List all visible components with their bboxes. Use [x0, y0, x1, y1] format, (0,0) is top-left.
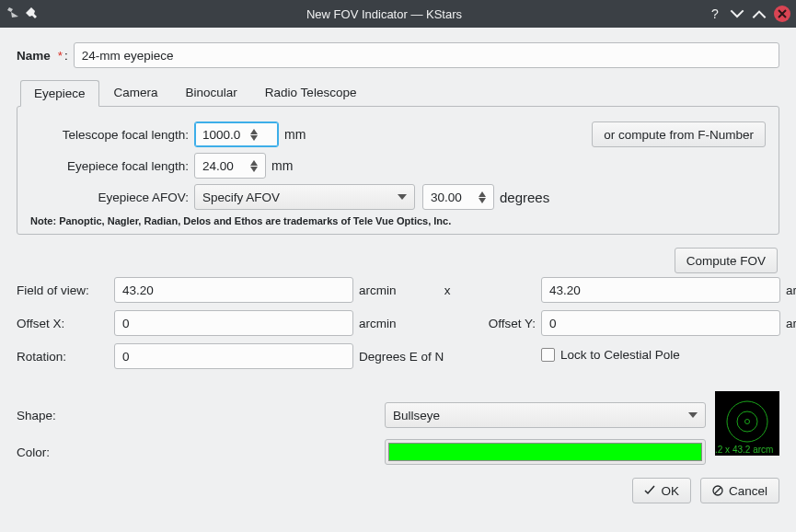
shape-label: Shape: [17, 409, 385, 422]
color-label: Color: [17, 445, 385, 459]
tab-eyepiece[interactable]: Eyepiece [20, 80, 99, 107]
app-menu-icon[interactable] [6, 6, 20, 21]
rotation-unit: Degrees E of N [359, 350, 466, 364]
arcmin-unit: arcmin [359, 283, 423, 297]
checkbox-icon [541, 348, 555, 362]
arcmin-unit: arcmin [786, 283, 796, 297]
spin-arrows-icon[interactable] [479, 191, 486, 203]
fov-preview: .2 x 43.2 arcm [715, 391, 779, 456]
rotation-input[interactable] [114, 343, 353, 369]
required-mark: * [58, 49, 63, 63]
fov-label: Field of view: [17, 283, 109, 297]
color-swatch [388, 443, 702, 461]
mm-unit: mm [284, 127, 306, 142]
offset-y-label: Offset Y: [471, 317, 536, 330]
x-separator: x [429, 283, 466, 297]
cancel-icon [712, 485, 723, 496]
svg-point-1 [737, 411, 757, 432]
eyepiece-fl-input[interactable]: 24.00 [194, 153, 266, 179]
maximize-icon[interactable] [752, 6, 767, 21]
degrees-unit: degrees [500, 190, 549, 205]
mm-unit: mm [271, 158, 293, 173]
pin-icon[interactable] [26, 6, 40, 21]
color-button[interactable] [385, 439, 706, 465]
fov-grid: Field of view: arcmin x arcmin Offset X:… [17, 277, 779, 369]
spin-arrows-icon[interactable] [250, 129, 258, 141]
afov-combo[interactable]: Specify AFOV [194, 184, 415, 210]
fov-y-input[interactable] [541, 277, 780, 303]
lock-celestial-checkbox[interactable]: Lock to Celestial Pole [541, 348, 680, 362]
eyepiece-fl-label: Eyepiece focal length: [30, 159, 189, 173]
titlebar: New FOV Indicator — KStars ? [0, 0, 796, 28]
preview-dimensions: .2 x 43.2 arcm [715, 445, 773, 455]
close-button[interactable] [774, 6, 790, 22]
chevron-down-icon [398, 194, 407, 200]
fov-x-input[interactable] [114, 277, 353, 303]
name-label: Name [17, 49, 51, 63]
arcmin-unit: arcmin [359, 317, 423, 330]
svg-point-2 [745, 420, 750, 424]
offset-y-input[interactable] [541, 310, 780, 336]
name-input[interactable] [74, 42, 779, 68]
telescope-fl-label: Telescope focal length: [30, 128, 189, 142]
tab-container: Eyepiece Camera Binocular Radio Telescop… [17, 79, 779, 235]
check-icon [644, 485, 655, 496]
window: New FOV Indicator — KStars ? Name *: Eye… [0, 0, 796, 532]
tab-camera[interactable]: Camera [101, 80, 171, 107]
compute-fov-button[interactable]: Compute FOV [675, 248, 778, 273]
ok-button[interactable]: OK [632, 478, 691, 503]
name-row: Name *: [17, 42, 779, 68]
spin-arrows-icon[interactable] [250, 160, 258, 172]
arcmin-unit: arcmin [786, 317, 796, 330]
afov-value-input[interactable]: 30.00 [422, 184, 494, 210]
chevron-down-icon [688, 412, 698, 418]
telescope-fl-input[interactable]: 1000.0 [194, 121, 279, 147]
shape-combo[interactable]: Bullseye [385, 402, 706, 428]
offset-x-label: Offset X: [17, 317, 109, 330]
eyepiece-afov-label: Eyepiece AFOV: [30, 191, 189, 204]
minimize-icon[interactable] [730, 6, 744, 21]
svg-point-0 [727, 401, 767, 442]
rotation-label: Rotation: [17, 350, 109, 364]
tab-binocular[interactable]: Binocular [173, 80, 250, 107]
window-title: New FOV Indicator — KStars [61, 7, 708, 21]
help-icon[interactable]: ? [708, 6, 722, 21]
compute-fnumber-button[interactable]: or compute from F-Number [592, 121, 766, 147]
offset-x-input[interactable] [114, 310, 353, 336]
trademark-note: Note: Panoptic, Nagler, Radian, Delos an… [30, 215, 766, 226]
tab-radio-telescope[interactable]: Radio Telescope [252, 80, 370, 107]
tab-panel-eyepiece: Telescope focal length: 1000.0 mm or com… [17, 106, 779, 235]
cancel-button[interactable]: Cancel [700, 478, 779, 503]
